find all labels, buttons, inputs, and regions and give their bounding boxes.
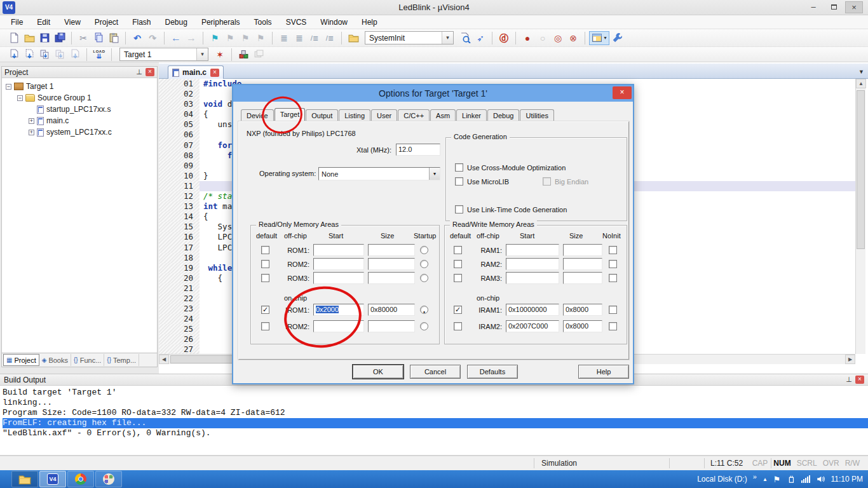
editor-tab-mainc[interactable]: main.c × xyxy=(168,65,224,79)
menu-item[interactable]: Edit xyxy=(30,17,57,28)
menu-item[interactable]: View xyxy=(57,17,88,28)
cut-icon[interactable]: ✂ xyxy=(76,31,91,45)
start-input[interactable] xyxy=(313,244,364,256)
menu-item[interactable]: Window xyxy=(313,17,355,28)
vertical-scroll-thumb[interactable] xyxy=(857,90,865,249)
tree-item[interactable]: + system_LPC17xx.c xyxy=(2,126,157,138)
vertical-scrollbar[interactable]: ▲ xyxy=(855,79,865,354)
combo-arrow-icon[interactable]: ▾ xyxy=(442,32,453,44)
menu-item[interactable]: File xyxy=(4,17,30,28)
uncomment-icon[interactable]: /≣ xyxy=(322,31,337,45)
tab-list-dropdown-icon[interactable]: ▼ xyxy=(858,69,864,75)
prev-bookmark-icon[interactable]: ⚑ xyxy=(222,31,238,45)
menu-item[interactable]: Tools xyxy=(247,17,279,28)
scroll-left-icon[interactable]: ◀ xyxy=(159,355,169,364)
default-checkbox[interactable] xyxy=(261,322,269,330)
noinit-checkbox[interactable] xyxy=(609,306,617,314)
noinit-checkbox[interactable] xyxy=(609,274,617,282)
action-center-flag-icon[interactable]: ⚑ xyxy=(773,475,781,484)
rebuild-all-icon[interactable] xyxy=(37,48,52,62)
breakpoint-icon[interactable]: ● xyxy=(520,31,535,45)
default-checkbox[interactable] xyxy=(261,274,269,282)
startup-radio[interactable] xyxy=(420,246,428,254)
scroll-up-icon[interactable]: ▲ xyxy=(856,79,866,88)
tab-utilities[interactable]: Utilities xyxy=(520,109,553,121)
incremental-find-icon[interactable]: ➶ xyxy=(473,31,488,45)
help-button[interactable]: Help xyxy=(578,365,629,379)
combo-arrow-icon[interactable]: ▾ xyxy=(429,168,440,180)
next-bookmark-icon[interactable]: ⚑ xyxy=(238,31,253,45)
redo-icon[interactable]: ↷ xyxy=(145,31,160,45)
pin-icon[interactable]: ⊥ xyxy=(135,68,144,76)
new-file-icon[interactable] xyxy=(6,31,22,45)
tray-disk-label[interactable]: Local Disk (D:) xyxy=(697,475,747,484)
tab-listing[interactable]: Listing xyxy=(339,109,370,121)
default-checkbox[interactable]: ✓ xyxy=(454,306,462,314)
dialog-close-button[interactable]: × xyxy=(613,86,632,99)
start-input[interactable] xyxy=(313,272,364,284)
clock[interactable]: 11:10 PM xyxy=(831,475,863,484)
startup-radio[interactable]: ● xyxy=(420,306,428,314)
start-input[interactable] xyxy=(506,244,559,256)
noinit-checkbox[interactable] xyxy=(609,246,617,254)
tree-expander[interactable]: − xyxy=(6,84,11,90)
volume-icon[interactable] xyxy=(816,475,825,484)
xtal-input[interactable]: 12.0 xyxy=(396,144,440,156)
start-input[interactable] xyxy=(506,272,559,284)
toggle-breakpoints-icon[interactable]: ◎ xyxy=(550,31,566,45)
defaults-button[interactable]: Defaults xyxy=(467,365,518,379)
download-to-flash-button[interactable]: LOAD ⇊ xyxy=(91,48,107,62)
tree-item[interactable]: + main.c xyxy=(2,115,157,126)
os-combo[interactable]: None ▾ xyxy=(318,167,440,180)
find-in-files-icon[interactable] xyxy=(346,31,361,45)
size-input[interactable] xyxy=(368,320,415,332)
panel-tab-templates[interactable]: {} Temp... xyxy=(104,354,139,366)
batch-build-icon[interactable] xyxy=(52,48,67,62)
size-input[interactable] xyxy=(563,272,602,284)
tab-asm[interactable]: Asm xyxy=(430,109,456,121)
default-checkbox[interactable] xyxy=(454,274,462,282)
taskbar-chrome-button[interactable] xyxy=(67,471,94,487)
options-wand-icon[interactable]: ✶ xyxy=(212,48,227,62)
power-plug-icon[interactable] xyxy=(787,475,796,484)
default-checkbox[interactable] xyxy=(454,260,462,268)
size-input[interactable] xyxy=(368,258,415,270)
size-input[interactable]: 0x80000 xyxy=(368,304,415,316)
project-windows2-icon[interactable] xyxy=(251,48,266,62)
default-checkbox[interactable] xyxy=(261,246,269,254)
default-checkbox[interactable] xyxy=(454,246,462,254)
startup-radio[interactable] xyxy=(420,274,428,282)
build-output-close-icon[interactable]: × xyxy=(855,376,864,384)
project-windows-icon[interactable]: ▾ xyxy=(589,31,609,45)
startup-radio[interactable] xyxy=(420,322,428,330)
save-icon[interactable] xyxy=(37,31,52,45)
size-input[interactable]: 0x8000 xyxy=(563,320,602,332)
save-all-icon[interactable] xyxy=(52,31,67,45)
tab-output[interactable]: Output xyxy=(306,109,338,121)
pin-icon[interactable]: ⊥ xyxy=(844,376,853,384)
dropdown-arrow-icon[interactable]: ▾ xyxy=(604,35,606,41)
size-input[interactable] xyxy=(563,258,602,270)
tree-item[interactable]: − Target 1 xyxy=(2,81,157,92)
paste-icon[interactable] xyxy=(106,31,121,45)
default-checkbox[interactable] xyxy=(261,260,269,268)
menu-item[interactable]: Flash xyxy=(125,17,158,28)
taskbar-paint-button[interactable] xyxy=(95,471,122,487)
size-input[interactable] xyxy=(368,244,415,256)
minimize-button[interactable]: – xyxy=(804,1,822,13)
tab-ccpp[interactable]: C/C++ xyxy=(398,109,430,121)
taskbar-uvision-button[interactable]: V4 xyxy=(39,471,66,487)
menu-item[interactable]: Help xyxy=(355,17,384,28)
microlib-checkbox[interactable] xyxy=(455,177,463,186)
taskbar-explorer-button[interactable] xyxy=(11,471,38,487)
tab-debug[interactable]: Debug xyxy=(487,109,519,121)
lookup-symbol-icon[interactable]: ⓓ xyxy=(496,31,512,45)
insert-bookmark-icon[interactable]: ⚑ xyxy=(207,31,222,45)
panel-tab-books[interactable]: ◈ Books xyxy=(39,354,71,366)
default-checkbox[interactable] xyxy=(454,322,462,330)
back-icon[interactable]: ← xyxy=(168,31,184,45)
forward-icon[interactable]: → xyxy=(184,31,199,45)
start-input[interactable] xyxy=(313,258,364,270)
maximize-button[interactable] xyxy=(825,1,843,13)
combo-arrow-icon[interactable]: ▾ xyxy=(196,48,208,60)
